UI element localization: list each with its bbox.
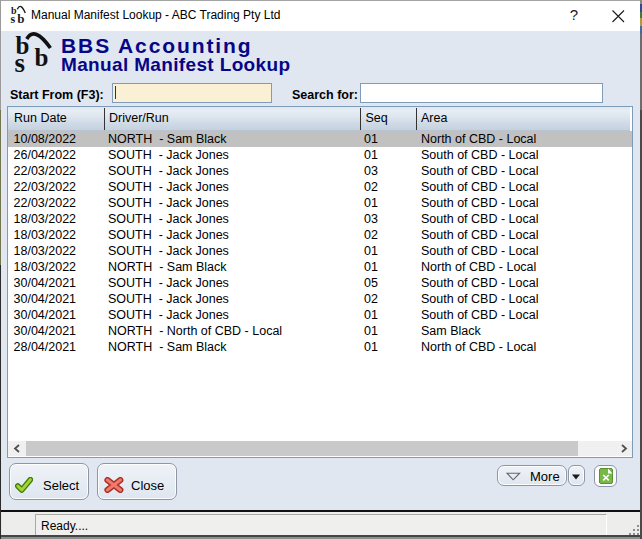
svg-text:b: b	[17, 11, 24, 25]
svg-text:b: b	[35, 44, 49, 71]
svg-text:s: s	[11, 12, 16, 24]
svg-text:s: s	[15, 48, 26, 75]
